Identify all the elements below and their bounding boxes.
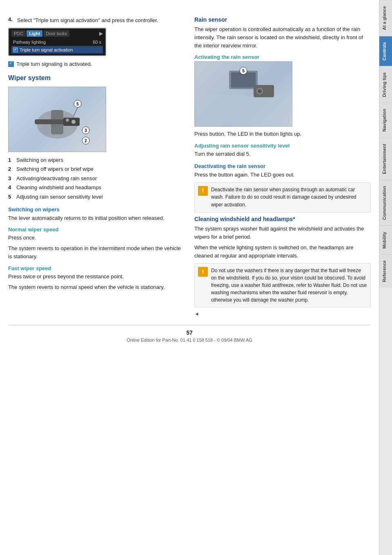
warning-box-2: ! Do not use the washers if there is any… (194, 263, 371, 307)
main-content: 4. Select "Triple turn signal activation… (0, 0, 379, 555)
sidebar-tab-navigation[interactable]: Navigation (379, 103, 392, 137)
svg-rect-2 (35, 119, 67, 124)
activating-heading: Activating the rain sensor (194, 54, 371, 60)
normal-wiper-body2: The system reverts to operation in the i… (8, 244, 185, 261)
checkmark-text: Triple turn signaling is activated. (16, 61, 92, 67)
left-column: 4. Select "Triple turn signal activation… (8, 16, 185, 317)
rain-img-content: 5 (195, 62, 292, 126)
ui-tab-light: Light (27, 30, 42, 37)
cleaning-body1: The system sprays washer fluid against t… (194, 225, 371, 241)
ui-row-pathway: Pathway lighting 60 s (11, 38, 103, 46)
ui-row-value: 60 s (93, 40, 101, 45)
deactivating-heading: Deactivating the rain sensor (194, 163, 371, 169)
cleaning-body2: When the vehicle lighting system is swit… (194, 244, 371, 260)
sidebar: At a glance Controls Driving tips Naviga… (379, 0, 392, 555)
sidebar-tab-reference[interactable]: Reference (379, 254, 392, 288)
warning-icon-2: ! (198, 267, 208, 277)
checkmark-icon (8, 61, 14, 67)
ui-mockup: PDC Light Door locks ▶ Pathway lighting … (8, 28, 106, 56)
list-item: 1 Switching on wipers (8, 156, 185, 164)
sidebar-tab-entertainment[interactable]: Entertainment (379, 138, 392, 180)
sidebar-tab-communication[interactable]: Communication (379, 180, 392, 226)
back-arrow-indicator: ◄ (194, 311, 199, 317)
warning-text-1: Deactivate the rain sensor when passing … (211, 186, 367, 209)
svg-rect-15 (231, 72, 256, 87)
ui-checkbox (13, 47, 18, 52)
fast-wiper-heading: Fast wiper speed (8, 265, 185, 271)
list-num: 1 (8, 156, 14, 164)
list-text: Adjusting rain sensor sensitivity level (16, 193, 103, 201)
warning-icon-1: ! (198, 186, 208, 196)
svg-rect-13 (196, 95, 290, 126)
normal-wiper-body1: Press once. (8, 234, 185, 242)
normal-wiper-heading: Normal wiper speed (8, 226, 185, 233)
ui-tab-pdc: PDC (11, 30, 26, 37)
switching-on-heading: Switching on wipers (8, 206, 185, 213)
rain-diagram: 5 (196, 63, 290, 126)
list-item: 4 Cleaning windshield and headlamps (8, 184, 185, 192)
sidebar-tab-controls[interactable]: Controls (379, 36, 392, 66)
wiper-diagram: 5 3 2 (10, 87, 104, 151)
wiper-numbered-list: 1 Switching on wipers 2 Switching off wi… (8, 156, 185, 201)
rain-sensor-heading: Rain sensor (194, 16, 371, 23)
list-num: 2 (8, 165, 14, 173)
right-column: Rain sensor The wiper operation is contr… (194, 16, 371, 317)
sidebar-tab-mobility[interactable]: Mobility (379, 226, 392, 255)
page-footer: 57 Online Edition for Part-No. 01 41 0 1… (8, 325, 371, 342)
ui-row-triple: Triple turn signal activation (11, 46, 103, 54)
ui-row-label: Pathway lighting (13, 40, 46, 45)
list-text: Cleaning windshield and headlamps (16, 184, 101, 192)
ui-tabs-row: PDC Light Door locks ▶ (11, 30, 103, 37)
checkmark-note: Triple turn signaling is activated. (8, 61, 185, 67)
list-text: Switching on wipers (16, 156, 63, 164)
warning-box-1: ! Deactivate the rain sensor when passin… (194, 182, 371, 213)
fast-wiper-body1: Press twice or press beyond the resistan… (8, 273, 185, 281)
adjusting-heading: Adjusting rain sensor sensitivity level (194, 143, 371, 149)
warning-text-2: Do not use the washers if there is any d… (211, 267, 367, 304)
list-text: Activating/deactivating rain sensor (16, 175, 97, 183)
list-num: 5 (8, 193, 14, 201)
page-wrapper: 4. Select "Triple turn signal activation… (0, 0, 392, 555)
svg-point-4 (71, 120, 76, 124)
page-number: 57 (8, 329, 371, 336)
columns: 4. Select "Triple turn signal activation… (8, 16, 371, 317)
svg-point-18 (258, 89, 262, 93)
ui-row-triple-label: Triple turn signal activation (20, 47, 73, 52)
adjusting-body: Turn the serrated dial 5. (194, 150, 371, 158)
ui-tab-doorlocks: Door locks (43, 30, 69, 37)
list-item: 5 Adjusting rain sensor sensitivity leve… (8, 193, 185, 201)
cleaning-heading: Cleaning windshield and headlamps* (194, 216, 371, 222)
svg-point-5 (66, 119, 69, 122)
svg-text:5: 5 (242, 69, 245, 73)
step-text: Select "Triple turn signal activation" a… (17, 16, 158, 25)
list-item: 3 Activating/deactivating rain sensor (8, 175, 185, 183)
activating-body: Press button. The LED in the button ligh… (194, 130, 371, 138)
rain-sensor-body: The wiper operation is controlled automa… (194, 25, 371, 50)
svg-line-8 (74, 107, 78, 116)
ui-arrow: ▶ (99, 31, 103, 36)
sidebar-tab-driving-tips[interactable]: Driving tips (379, 66, 392, 103)
svg-text:5: 5 (76, 102, 79, 106)
wiper-img-content: 5 3 2 (9, 87, 106, 152)
step-4: 4. Select "Triple turn signal activation… (8, 16, 185, 25)
list-item: 2 Switching off wipers or brief wipe (8, 165, 185, 173)
step-number: 4. (8, 16, 15, 25)
switching-on-body: The lever automatically returns to its i… (8, 214, 185, 222)
footer-text: Online Edition for Part-No. 01 41 0 158 … (8, 338, 371, 342)
list-num: 3 (8, 175, 14, 183)
deactivating-body: Press the button again. The LED goes out… (194, 171, 371, 179)
svg-text:3: 3 (85, 128, 87, 133)
sidebar-tab-at-a-glance[interactable]: At a glance (379, 0, 392, 36)
list-num: 4 (8, 184, 14, 192)
wiper-section-heading: Wiper system (8, 74, 185, 82)
wiper-image: 5 3 2 (8, 87, 106, 152)
list-text: Switching off wipers or brief wipe (16, 165, 94, 173)
fast-wiper-body2: The system reverts to normal speed when … (8, 283, 185, 291)
svg-text:2: 2 (85, 139, 87, 143)
rain-sensor-image: 5 (194, 61, 292, 127)
